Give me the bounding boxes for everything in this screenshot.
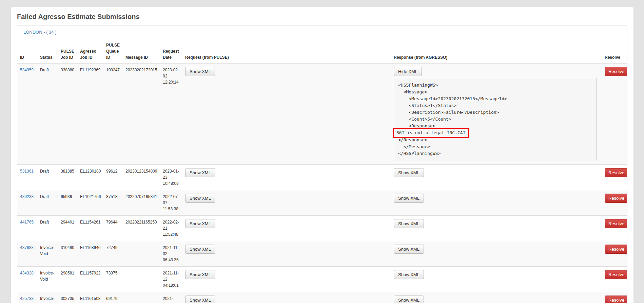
request-date-cell: 2023-01-23 10:48:08	[160, 165, 182, 190]
pulse-queue-id-cell: 79644	[103, 216, 123, 241]
pulse-queue-id-cell: 73375	[103, 267, 123, 292]
submission-id-link[interactable]: 489238	[20, 194, 34, 199]
submissions-table: ID Status PULSE Job ID Agresso Job ID PU…	[17, 39, 627, 303]
column-header-id: ID	[17, 39, 37, 64]
status-cell: Draft	[37, 165, 58, 190]
message-id-cell	[123, 241, 160, 267]
panel-heading: LONDON - ( 34 )	[17, 25, 627, 35]
pulse-job-id-cell: 298581	[58, 267, 77, 292]
column-header-pulse-job-id: PULSE Job ID	[58, 39, 77, 64]
submission-id-link[interactable]: 441765	[20, 220, 34, 225]
resolve-button[interactable]: Resolve	[605, 296, 627, 303]
request-show-xml-button[interactable]: Show XML	[185, 67, 215, 76]
pulse-job-id-cell: 65936	[58, 190, 77, 216]
resolve-button[interactable]: Resolve	[605, 168, 627, 177]
table-row: 425733 Invoice-Void 302735 EL1161508 691…	[17, 292, 627, 303]
status-cell: Draft	[37, 216, 58, 241]
column-header-message-id: Message ID	[123, 39, 160, 64]
resolve-cell: Resolve	[602, 64, 627, 165]
column-header-pulse-queue-id: PULSE Queue ID	[103, 39, 123, 64]
request-date-cell: 2021-	[160, 292, 182, 303]
submission-id-link[interactable]: 437688	[20, 245, 34, 250]
submission-id-link[interactable]: 534959	[20, 68, 34, 72]
id-cell: 489238	[17, 190, 37, 216]
submission-id-link[interactable]: 425733	[20, 296, 34, 301]
table-row: 489238 Draft 65936 EL1021756 87518 20220…	[17, 190, 627, 216]
request-show-xml-button[interactable]: Show XML	[185, 194, 215, 203]
table-header-row: ID Status PULSE Job ID Agresso Job ID PU…	[17, 39, 627, 64]
response-xml-toggle-button[interactable]: Show XML	[394, 194, 424, 203]
response-cell: Show XML	[391, 216, 602, 241]
resolve-button[interactable]: Resolve	[605, 270, 627, 279]
table-row: 534959 Draft 338880 EL1192369 100247 202…	[17, 64, 627, 165]
column-header-status: Status	[37, 39, 58, 64]
request-show-xml-button[interactable]: Show XML	[185, 168, 215, 177]
submissions-panel: LONDON - ( 34 ) ID Status PULSE Job ID A…	[17, 25, 627, 303]
request-cell: Show XML	[182, 64, 391, 165]
request-cell: Show XML	[182, 292, 391, 303]
table-row: 434328 Invoice-Void 298581 EL1157922 733…	[17, 267, 627, 292]
request-cell: Show XML	[182, 165, 391, 190]
response-xml-toggle-button[interactable]: Show XML	[394, 296, 424, 303]
message-id-cell: 20230123154809	[123, 165, 160, 190]
pulse-queue-id-cell: 87518	[103, 190, 123, 216]
resolve-button[interactable]: Resolve	[605, 245, 627, 254]
resolve-button[interactable]: Resolve	[605, 219, 627, 228]
resolve-button[interactable]: Resolve	[605, 194, 627, 203]
id-cell: 437688	[17, 241, 37, 267]
request-show-xml-button[interactable]: Show XML	[185, 270, 215, 279]
request-cell: Show XML	[182, 216, 391, 241]
request-cell: Show XML	[182, 190, 391, 216]
response-xml-toggle-button[interactable]: Show XML	[394, 219, 424, 228]
resolve-button[interactable]: Resolve	[605, 67, 627, 76]
id-cell: 531361	[17, 165, 37, 190]
message-id-cell: 20220221165250	[123, 216, 160, 241]
message-id-cell	[123, 267, 160, 292]
resolve-cell: Resolve	[602, 241, 627, 267]
agresso-job-id-cell: EL1192369	[77, 64, 103, 165]
submission-id-link[interactable]: 434328	[20, 271, 34, 275]
pulse-job-id-cell: 310480	[58, 241, 77, 267]
response-xml-toggle-button[interactable]: Hide XML	[394, 67, 422, 76]
page-card: Failed Agresso Estimate Submissions LOND…	[11, 7, 633, 303]
id-cell: 441765	[17, 216, 37, 241]
request-date-cell: 2022-02-21 11:52:48	[160, 216, 182, 241]
agresso-job-id-cell: EL1168946	[77, 241, 103, 267]
column-header-request-from-pulse: Request (from PULSE)	[182, 39, 391, 64]
response-xml-toggle-button[interactable]: Show XML	[394, 245, 424, 254]
resolve-cell: Resolve	[602, 190, 627, 216]
request-show-xml-button[interactable]: Show XML	[185, 219, 215, 228]
response-cell: Show XML	[391, 190, 602, 216]
pulse-job-id-cell: 302735	[58, 292, 77, 303]
response-cell: Show XML	[391, 292, 602, 303]
resolve-cell: Resolve	[602, 165, 627, 190]
request-show-xml-button[interactable]: Show XML	[185, 245, 215, 254]
column-header-request-date: Request Date	[160, 39, 182, 64]
table-row: 437688 Invoice-Void 310480 EL1168946 727…	[17, 241, 627, 267]
request-date-cell: 2021-11-12 04:18:01	[160, 267, 182, 292]
response-xml-toggle-button[interactable]: Show XML	[394, 168, 424, 177]
agresso-job-id-cell: EL1230180	[77, 165, 103, 190]
status-cell: Invoice-Void	[37, 241, 58, 267]
message-id-cell: 20230202172015	[123, 64, 160, 165]
request-show-xml-button[interactable]: Show XML	[185, 296, 215, 303]
column-header-resolve: Resolve	[602, 39, 627, 64]
status-cell: Draft	[37, 64, 58, 165]
request-date-cell: 2022-07-07 11:53:38	[160, 190, 182, 216]
table-body: 534959 Draft 338880 EL1192369 100247 202…	[17, 64, 627, 303]
status-cell: Invoice-Void	[37, 292, 58, 303]
pulse-job-id-cell: 381385	[58, 165, 77, 190]
column-header-response-from-agresso: Response (from AGRESSO)	[391, 39, 602, 64]
response-xml-panel: <HSSPlanningWS> <Message> <MessageId>202…	[394, 78, 597, 161]
response-xml-toggle-button[interactable]: Show XML	[394, 270, 424, 279]
pulse-queue-id-cell: 99612	[103, 165, 123, 190]
agresso-job-id-cell: EL1154261	[77, 216, 103, 241]
table-row: 531361 Draft 381385 EL1230180 99612 2023…	[17, 165, 627, 190]
region-london-link[interactable]: LONDON - ( 34 )	[23, 30, 57, 35]
request-date-cell: 2023-02-02 12:20:14	[160, 64, 182, 165]
pulse-queue-id-cell: 100247	[103, 64, 123, 165]
id-cell: 434328	[17, 267, 37, 292]
submission-id-link[interactable]: 531361	[20, 169, 34, 174]
message-id-cell: 20220707165341	[123, 190, 160, 216]
request-cell: Show XML	[182, 267, 391, 292]
